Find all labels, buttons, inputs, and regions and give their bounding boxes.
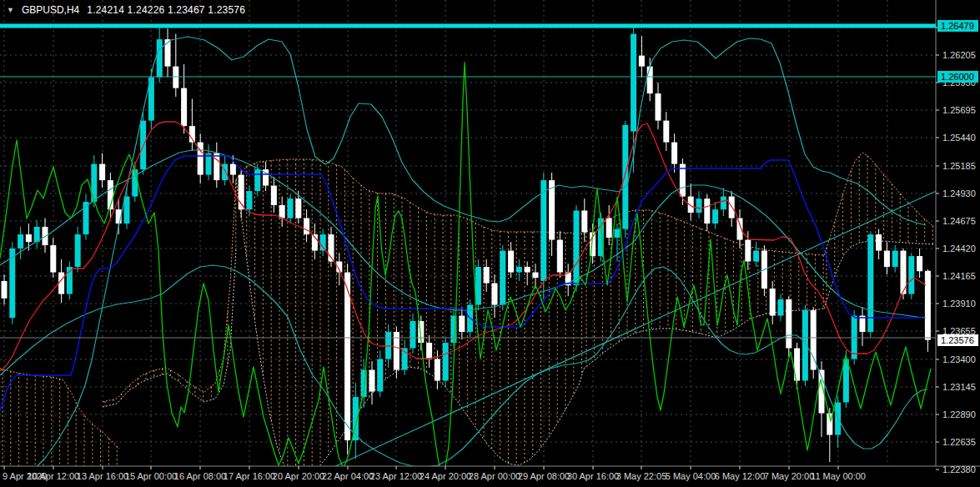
candle bbox=[581, 210, 587, 232]
price-tick-label: 1.22380 bbox=[942, 464, 976, 474]
candle bbox=[778, 299, 784, 315]
candle bbox=[639, 56, 645, 67]
candle bbox=[492, 284, 498, 305]
time-tick-label: 28 Apr 00:00 bbox=[469, 471, 520, 481]
candle bbox=[181, 88, 187, 126]
price-badge-label: 1.26000 bbox=[941, 72, 974, 82]
price-tick-label: 1.25440 bbox=[942, 133, 976, 143]
price-tick-label: 1.26205 bbox=[942, 50, 976, 60]
time-tick-label: 5 May 04:00 bbox=[666, 471, 716, 481]
price-tick-label: 1.25695 bbox=[942, 105, 976, 115]
candle bbox=[26, 234, 32, 242]
candle bbox=[132, 169, 138, 196]
candle bbox=[50, 245, 56, 272]
candle bbox=[656, 93, 661, 120]
candle bbox=[271, 186, 277, 205]
candle bbox=[721, 197, 726, 210]
candle bbox=[663, 121, 669, 143]
candle bbox=[222, 164, 228, 180]
candle bbox=[254, 169, 260, 191]
candle bbox=[500, 251, 505, 305]
candle bbox=[288, 198, 294, 218]
time-tick-label: 16 Apr 08:00 bbox=[174, 471, 226, 481]
candle bbox=[533, 273, 539, 278]
time-tick-label: 29 Apr 08:00 bbox=[518, 471, 570, 481]
candle bbox=[475, 267, 481, 304]
chart-title-bar: ▼ GBPUSD,H4 1.24214 1.24226 1.23467 1.23… bbox=[7, 4, 245, 16]
time-tick-label: 23 Apr 12:00 bbox=[370, 471, 422, 481]
price-tick-label: 1.23910 bbox=[942, 299, 976, 309]
time-tick-label: 11 May 00:00 bbox=[811, 471, 866, 481]
price-tick-label: 1.22635 bbox=[942, 437, 976, 447]
candle bbox=[459, 316, 465, 332]
candle bbox=[91, 164, 97, 202]
candle bbox=[876, 234, 882, 250]
time-tick-label: 15 Apr 00:00 bbox=[125, 471, 177, 481]
time-tick-label: 10 Apr 12:00 bbox=[28, 471, 79, 481]
price-tick-label: 1.23400 bbox=[942, 354, 976, 364]
time-tick-label: 13 Apr 16:00 bbox=[77, 471, 128, 481]
candle bbox=[925, 271, 931, 340]
candle bbox=[247, 191, 253, 209]
symbol-dropdown-icon[interactable]: ▼ bbox=[7, 6, 14, 14]
candle bbox=[435, 359, 440, 381]
ohlc-values: 1.24214 1.24226 1.23467 1.23576 bbox=[87, 4, 245, 16]
candle bbox=[508, 251, 514, 273]
candle bbox=[745, 240, 751, 262]
candle bbox=[671, 143, 677, 164]
candle bbox=[622, 125, 628, 229]
candle bbox=[884, 251, 890, 267]
candle bbox=[99, 164, 105, 180]
candle bbox=[377, 359, 383, 392]
candle bbox=[917, 256, 922, 271]
candle bbox=[525, 267, 530, 272]
time-tick-label: 30 Apr 16:00 bbox=[567, 471, 619, 481]
candle bbox=[173, 67, 178, 88]
time-tick-label: 6 May 12:00 bbox=[715, 471, 766, 481]
candle bbox=[704, 198, 710, 223]
price-badge-label: 1.26479 bbox=[941, 21, 974, 31]
candle bbox=[18, 234, 23, 249]
candle bbox=[304, 218, 309, 234]
candle bbox=[410, 321, 416, 348]
price-badge-label: 1.23576 bbox=[941, 335, 974, 345]
candle bbox=[908, 256, 914, 294]
candle bbox=[843, 359, 849, 403]
price-tick-label: 1.24165 bbox=[942, 271, 976, 281]
mt4-chart-window: ▼ GBPUSD,H4 1.24214 1.24226 1.23467 1.23… bbox=[0, 0, 980, 487]
band-middle-line bbox=[0, 150, 926, 318]
chart-canvas[interactable]: 1.264601.262051.259501.256951.254401.251… bbox=[0, 0, 980, 487]
price-tick-label: 1.23145 bbox=[942, 382, 976, 392]
time-tick-label: 20 Apr 20:00 bbox=[273, 471, 324, 481]
candle bbox=[214, 153, 219, 180]
candle bbox=[574, 210, 580, 285]
candle bbox=[124, 197, 130, 223]
price-levels bbox=[0, 26, 936, 338]
candle bbox=[516, 267, 522, 272]
candle bbox=[615, 229, 621, 238]
candle bbox=[786, 299, 792, 348]
candle bbox=[540, 180, 546, 281]
band-lower-line bbox=[0, 265, 927, 467]
candle bbox=[279, 205, 285, 218]
time-tick-label: 24 Apr 20:00 bbox=[420, 471, 471, 481]
candle bbox=[770, 289, 776, 315]
cloud-left-thin-span-b bbox=[103, 250, 236, 407]
time-tick-label: 17 Apr 16:00 bbox=[224, 471, 275, 481]
candle bbox=[712, 209, 718, 223]
candle bbox=[484, 267, 490, 283]
price-tick-label: 1.22890 bbox=[942, 409, 976, 419]
candle bbox=[157, 39, 163, 77]
symbol-period-label: GBPUSD,H4 bbox=[22, 4, 79, 16]
time-tick-label: 22 Apr 04:00 bbox=[322, 471, 374, 481]
candle bbox=[647, 67, 653, 93]
candle bbox=[385, 332, 391, 359]
indicator-lines bbox=[0, 37, 940, 475]
candle bbox=[344, 273, 350, 440]
candle bbox=[2, 281, 8, 299]
candle bbox=[426, 343, 432, 359]
candle bbox=[892, 251, 898, 267]
candle bbox=[696, 198, 702, 213]
candle bbox=[320, 234, 326, 250]
candle bbox=[557, 240, 563, 273]
